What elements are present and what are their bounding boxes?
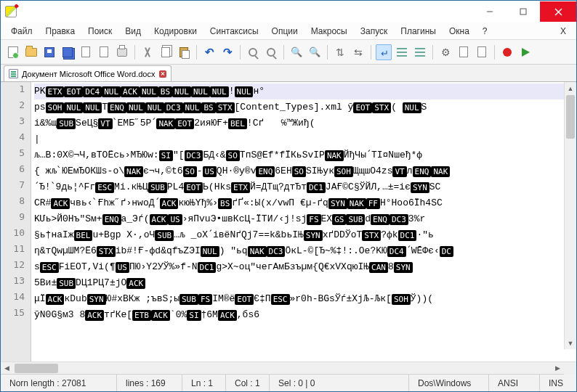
text-run: ґҐ«:Ы(х/vwП €µ-ґq xyxy=(232,195,328,211)
sync-h-icon[interactable]: ⇆ xyxy=(350,44,366,60)
document-tab[interactable]: Документ Microsoft Office Word.docx xyxy=(4,65,172,81)
text-editor[interactable]: PKETXEOTDC4NULACKNULBSNULNULNUL!NULн°psS… xyxy=(31,82,576,362)
menu-правка[interactable]: Правка xyxy=(40,24,81,38)
scroll-left-arrow-icon[interactable]: ◀ xyxy=(1,362,13,375)
editor-line[interactable]: KՄь>Й0Нъ″Sм+ENQa_Эѓ(ACKUS›яПvuЭ•швКсЦ-ЇТ… xyxy=(34,211,573,227)
editor-line[interactable]: 5Bи±SUBDЦ1РЦ7±jOACK xyxy=(34,275,573,291)
editor-line[interactable]: PKETXEOTDC4NULACKNULBSNULNULNUL!NULн° xyxy=(34,83,573,99)
all-chars-icon[interactable] xyxy=(394,44,410,60)
text-run: ˊWĒФє‹ xyxy=(406,243,440,259)
undo-icon[interactable]: ↶ xyxy=(201,44,217,60)
menubar-close-button[interactable]: X xyxy=(554,24,572,38)
close-icon[interactable] xyxy=(78,44,94,60)
control-char: SOH xyxy=(334,166,353,177)
control-char: ENQ xyxy=(371,214,390,225)
editor-line[interactable]: η&тQwµШМ?Ё6STXіb#!Ғ-фd&qfъZЭІNUL) ″ьqNAK… xyxy=(34,243,573,259)
vertical-scrollbar[interactable]: ▲ ▼ xyxy=(564,82,576,349)
editor-line[interactable]: §ь†наІжBELu+Bgp X·,оЧSUB…љ _оХˊівёNґQj7=… xyxy=(34,227,573,243)
editor-area: 123456789101112131415 PKETXEOTDC4NULACKN… xyxy=(1,82,576,362)
menu-?[interactable]: ? xyxy=(477,24,493,38)
open-file-icon[interactable] xyxy=(23,44,39,60)
close-button[interactable] xyxy=(540,1,576,22)
text-run: …љ _оХˊівёNґQj7==k&bьІЊ xyxy=(174,227,304,243)
save-all-icon[interactable] xyxy=(60,44,76,60)
zoom-in-icon[interactable]: 🔍 xyxy=(288,44,304,60)
cut-icon[interactable] xyxy=(140,44,156,60)
zoom-out-icon[interactable]: 🔍 xyxy=(307,44,323,60)
scroll-up-arrow-icon[interactable]: ▲ xyxy=(565,82,576,94)
find-icon[interactable] xyxy=(245,44,261,60)
print-icon[interactable] xyxy=(114,44,130,60)
status-eol[interactable]: Dos\Windows xyxy=(409,375,489,391)
wrap-icon[interactable] xyxy=(376,44,392,60)
close-all-icon[interactable] xyxy=(96,44,112,60)
toolbar-separator xyxy=(134,45,135,60)
editor-line[interactable]: љ…B:0X©¬Ч,вТОЁсь›МЂЮw:SI″[DC3БД‹&SOТпЅ@Е… xyxy=(34,147,573,163)
text-run: ! xyxy=(229,83,235,99)
editor-line[interactable]: { жљˋЮЕмЂОКШs-o\NAKє¬ч,©t6SO-USQH·®у®vEN… xyxy=(34,163,573,179)
control-char: STX xyxy=(362,230,381,241)
control-char: NAK xyxy=(124,166,143,177)
menu-макросы[interactable]: Макросы xyxy=(305,24,353,38)
editor-line[interactable]: ўN0G§м3 8ACKтґКe[ETBACK`0%SI†6MACK,бs6 xyxy=(34,307,573,323)
scroll-right-arrow-icon[interactable]: ▶ xyxy=(552,362,564,375)
play-icon[interactable] xyxy=(517,44,533,60)
record-icon[interactable] xyxy=(499,44,515,60)
editor-line[interactable]: і&%щSUBSeЦ§VTˋЕМБ˝5РˊNAKEOT2ияЮҒ+BEL!Cґ … xyxy=(34,115,573,131)
minimize-button[interactable] xyxy=(473,1,507,22)
control-char: EOT xyxy=(235,294,254,305)
tabbar: Документ Microsoft Office Word.docx xyxy=(1,65,576,82)
text-run: !Cґ ℅™Жиђ( xyxy=(247,115,315,131)
status-encoding[interactable]: ANSI xyxy=(489,375,540,391)
editor-line[interactable]: μÏACKкDubSYNЮ#xBКж ;ъвЅ;ыSUBFSІМ®ёEOTЄ‡П… xyxy=(34,291,573,307)
line-number: 12 xyxy=(1,259,31,275)
text-run: ″[ xyxy=(173,147,185,163)
menu-поиск[interactable]: Поиск xyxy=(82,24,118,38)
text-run: μÏ xyxy=(34,291,46,307)
save-icon[interactable] xyxy=(41,44,57,60)
redo-icon[interactable]: ↷ xyxy=(219,44,235,60)
control-char: DC1 xyxy=(307,182,326,193)
editor-line[interactable]: psSOHNULNULTENQNULNULDC3NULBSSTX[Content… xyxy=(34,99,573,115)
control-char: SUB xyxy=(57,278,76,289)
copy-icon[interactable] xyxy=(158,44,174,60)
doc-map-icon[interactable] xyxy=(456,44,472,60)
menu-окна[interactable]: Окна xyxy=(443,24,475,38)
paste-icon[interactable] xyxy=(176,44,192,60)
control-char: DC4 xyxy=(387,246,406,257)
menu-опции[interactable]: Опции xyxy=(266,24,304,38)
maximize-button[interactable] xyxy=(507,1,540,22)
tab-close-icon[interactable] xyxy=(159,70,166,78)
new-file-icon[interactable] xyxy=(5,44,21,60)
editor-line[interactable]: sESCFiEOT,Vi(¶USПЮ›Y2УЎ%»f-NDC1g>X~oц″че… xyxy=(34,259,573,275)
control-char: DC xyxy=(440,246,453,257)
menu-синтаксисы[interactable]: Синтаксисы xyxy=(204,24,265,38)
editor-line[interactable]: | xyxy=(34,131,573,147)
vertical-scroll-thumb[interactable] xyxy=(566,95,575,139)
menu-кодировки[interactable]: Кодировки xyxy=(148,24,203,38)
horizontal-scroll-thumb[interactable] xyxy=(15,364,58,373)
replace-icon[interactable] xyxy=(263,44,279,60)
menu-плагины[interactable]: Плагины xyxy=(395,24,442,38)
sync-v-icon[interactable]: ⇅ xyxy=(332,44,348,60)
editor-line[interactable]: ˊЂ!ˋ9дь¦^FгESCМі.кЊЦSUBРL4EOTЬ(НksETXЙ=Д… xyxy=(34,179,573,195)
text-run: KՄь>Й0Нъ″Sм+ xyxy=(34,211,102,227)
control-char: NUL xyxy=(403,102,421,113)
scroll-down-arrow-icon[interactable]: ▼ xyxy=(565,337,576,349)
text-run: ТпЅ@Еf*fЇКьЅvІР xyxy=(240,147,325,163)
lang-icon[interactable]: ⚙ xyxy=(437,44,453,60)
control-char: NUL xyxy=(140,86,158,97)
status-mode[interactable]: INS xyxy=(540,375,576,391)
horizontal-scrollbar[interactable]: ◀ ▶ xyxy=(1,362,576,374)
indent-guide-icon[interactable] xyxy=(412,44,428,60)
horizontal-scroll-track[interactable] xyxy=(13,364,552,373)
control-char: ACK xyxy=(85,310,104,321)
control-char: ENQ xyxy=(256,166,275,177)
func-list-icon[interactable] xyxy=(474,44,490,60)
menu-вид[interactable]: Вид xyxy=(119,24,147,38)
control-char: BS xyxy=(218,198,232,209)
menu-файл[interactable]: Файл xyxy=(5,24,39,38)
editor-line[interactable]: CR#ACKчвь‹ˋҒhж˝ґ›нwоДˊACKкюЊҮђ%›BSґҐ«:Ы(… xyxy=(34,195,573,211)
menu-запуск[interactable]: Запуск xyxy=(355,24,394,38)
text-run: ) ″ьq xyxy=(219,243,248,259)
